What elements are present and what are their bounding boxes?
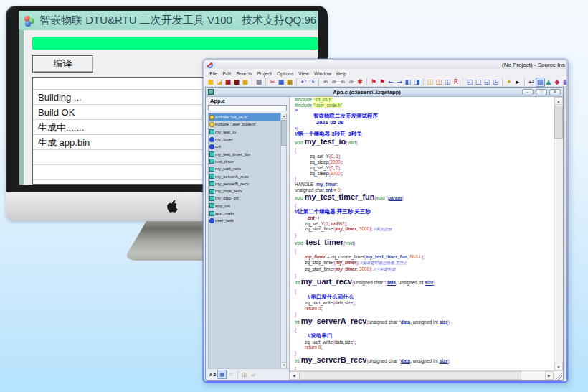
toolbar-outdent-icon[interactable]: ◧: [404, 78, 412, 86]
browse-files-icon[interactable]: ▱: [250, 370, 257, 378]
toolbar-copy-icon[interactable]: ■: [278, 78, 285, 86]
menu-options[interactable]: Options: [274, 71, 295, 76]
symbol-item[interactable]: my_test_timer_fun: [209, 150, 286, 157]
document-titlebar[interactable]: App.c (c:\users\..\zqwlapp) −□✕: [206, 88, 563, 97]
symbol-item[interactable]: my_timer: [209, 136, 286, 143]
toolbar-new-file-icon[interactable]: ■: [207, 78, 215, 86]
toolbar-undo-icon[interactable]: ↶: [300, 78, 308, 86]
document-close-button[interactable]: ✕: [549, 89, 561, 95]
toolbar-go-forward-icon[interactable]: →: [396, 78, 404, 86]
toolbar-save-copy-icon[interactable]: ■: [242, 78, 250, 86]
toolbar-indent-icon[interactable]: ◨: [413, 78, 421, 86]
toolbar-find-icon[interactable]: ∞: [322, 78, 330, 86]
toolbar-relation-window-icon[interactable]: ▩: [562, 78, 567, 86]
ide-titlebar[interactable]: (No Project) - Source Ins: [204, 60, 566, 69]
toolbar-find-in-files-icon[interactable]: ∞: [348, 78, 356, 86]
menu-project[interactable]: Project: [254, 71, 274, 76]
menu-search[interactable]: Search: [234, 71, 255, 76]
symbol-label: user_task: [215, 218, 234, 223]
toolbar-jump-back-icon[interactable]: ↩: [528, 78, 536, 86]
toolbar-redo-icon[interactable]: ↷: [308, 78, 316, 86]
toolbar-relation-up-icon[interactable]: ▲: [545, 78, 553, 86]
toolbar-window-cascade-icon[interactable]: ◳: [492, 78, 500, 86]
toolbar-cut-icon[interactable]: ✂: [269, 78, 277, 86]
toolbar-find-next-icon[interactable]: ∞: [331, 78, 338, 86]
menu-file[interactable]: File: [207, 71, 220, 76]
code-line: return 0;: [295, 306, 563, 312]
code-line: zq_uart_write(data,size);: [295, 340, 563, 345]
toolbar-run-icon[interactable]: R: [452, 78, 460, 86]
toolbar-replace-icon[interactable]: ✱: [356, 78, 364, 86]
compile-button[interactable]: 编译: [32, 55, 93, 73]
symbol-item[interactable]: include "user_code.h": [209, 121, 286, 128]
toolbar-save-icon[interactable]: ■: [224, 78, 232, 86]
mdi-area: App.c (c:\users\..\zqwlapp) −□✕ App.c in…: [204, 87, 566, 381]
symbol-item[interactable]: cnt: [209, 143, 286, 150]
editor-hscroll-thumb[interactable]: [299, 371, 521, 380]
toolbar-bookmark-flag-icon[interactable]: ⚑: [370, 78, 378, 86]
menu-edit[interactable]: Edit: [220, 71, 234, 76]
symbol-item[interactable]: include "iot_os.h": [209, 113, 286, 121]
menu-window[interactable]: Window: [311, 71, 333, 76]
scroll-up-icon[interactable]: ▲: [554, 97, 563, 105]
list-view-icon[interactable]: ▦: [218, 370, 226, 378]
symbol-item[interactable]: app_init: [209, 202, 286, 210]
toolbar-select-cursor-icon[interactable]: ▸: [514, 78, 522, 86]
symbol-item[interactable]: test_timer: [209, 158, 286, 165]
resize-grip[interactable]: [554, 372, 562, 380]
scroll-right-icon[interactable]: ▶: [545, 371, 554, 380]
document-minimize-button[interactable]: −: [522, 89, 534, 95]
toolbar-link-symbol-icon[interactable]: ▨: [536, 78, 544, 86]
toolbar-print-icon[interactable]: ■: [255, 78, 263, 86]
editor-horizontal-scrollbar[interactable]: ◀ ▶: [290, 370, 563, 380]
sort-alphabetic-icon[interactable]: A-Z: [209, 370, 217, 378]
document-restore-button[interactable]: □: [536, 89, 547, 95]
symbol-item[interactable]: user_task: [209, 217, 286, 224]
code-line: zq_set_Y(1, cnt%2);: [295, 221, 563, 227]
toolbar-save-all-icon[interactable]: ■: [233, 78, 241, 86]
symbol-list-scrollbar[interactable]: ▲ ▼: [280, 113, 286, 368]
variable-icon: [210, 219, 214, 223]
scroll-up-icon[interactable]: ▲: [281, 113, 287, 119]
code-line: void my_test_io(void): [295, 138, 563, 149]
symbol-item[interactable]: app_main: [209, 210, 286, 217]
menu-view[interactable]: View: [296, 71, 312, 76]
toolbar-symbols-book-icon[interactable]: ◫: [444, 78, 452, 86]
toolbar-window-split-icon[interactable]: ◱: [483, 78, 491, 86]
apple-logo-icon: [166, 199, 178, 213]
code-editor[interactable]: #include "iot_os.h"#include "user_code.h…: [290, 97, 563, 370]
toolbar-window-full-icon[interactable]: □: [475, 78, 483, 86]
code-line: {: [295, 148, 563, 154]
symbol-item[interactable]: my_test_io: [209, 129, 286, 136]
symbol-item[interactable]: my_uart_recv: [209, 165, 286, 172]
dtu-window-titlebar[interactable]: 智嵌物联 DTU&RTU 二次开发工具 V100 技术支持QQ:96: [19, 11, 318, 30]
symbol-item[interactable]: my_serverB_recv: [209, 180, 286, 187]
toolbar-open-file-icon[interactable]: ◪: [216, 78, 224, 86]
toolbar-project-book-icon[interactable]: ◫: [427, 78, 435, 86]
scroll-left-icon[interactable]: ◀: [290, 371, 298, 380]
symbol-item[interactable]: my_mqtt_recv: [209, 187, 286, 195]
symbol-item[interactable]: my_gpio_int: [209, 195, 286, 202]
code-line: }: [295, 176, 563, 182]
browse-book-icon[interactable]: ◫: [240, 370, 248, 378]
toolbar-separator: [524, 78, 525, 85]
scroll-down-icon[interactable]: ▼: [281, 362, 287, 368]
toolbar-separator: [463, 78, 463, 85]
symbol-filter-input[interactable]: [208, 105, 287, 111]
toolbar-bookmark-flag-2-icon[interactable]: ⚑: [379, 78, 387, 86]
toolbar-go-back-icon[interactable]: ←: [387, 78, 395, 86]
menu-help[interactable]: Help: [334, 71, 349, 76]
toolbar-find-previous-icon[interactable]: ∞: [339, 78, 347, 86]
toolbar-window-tile-icon[interactable]: ◰: [466, 78, 474, 86]
member-view-icon[interactable]: ∷: [227, 370, 235, 378]
editor-vertical-scrollbar[interactable]: ▲ ▼: [554, 97, 563, 370]
toolbar-reference-book-icon[interactable]: ◫: [435, 78, 443, 86]
toolbar-macro-key-icon[interactable]: ✦: [506, 78, 513, 86]
symbol-scroll-thumb[interactable]: [281, 120, 287, 146]
symbol-label: app_init: [215, 204, 230, 208]
symbol-item[interactable]: my_serverA_recv: [209, 172, 286, 179]
toolbar-relation-icon[interactable]: ◆: [554, 78, 561, 86]
scroll-down-icon[interactable]: ▼: [554, 363, 563, 370]
toolbar-paste-icon[interactable]: ■: [286, 78, 294, 86]
editor-vscroll-thumb[interactable]: [554, 106, 563, 139]
